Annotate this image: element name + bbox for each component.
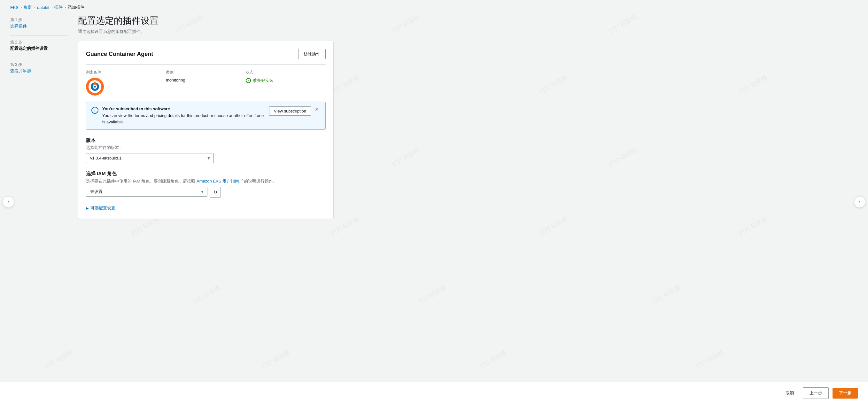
optional-config-toggle[interactable]: ▶ 可选配置设置: [86, 205, 326, 211]
prev-button[interactable]: 上一步: [803, 387, 829, 399]
remove-plugin-button[interactable]: 移除插件: [298, 49, 326, 59]
breadcrumb-sep-4: ›: [65, 5, 66, 9]
notice-content: You're subscribed to this software You c…: [102, 106, 265, 125]
svg-point-4: [94, 86, 96, 88]
iam-docs-link[interactable]: Amazon EKS 用户指南: [196, 179, 239, 183]
plugin-list-condition-cell: 列出条件: [86, 70, 166, 96]
breadcrumb: EKS › 集群 › datakit › 插件 › 添加插件: [0, 0, 868, 15]
step-divider-1: [10, 35, 68, 36]
step-3-title: 查看并添加: [10, 68, 68, 74]
plugin-logo: [86, 78, 104, 96]
optional-config-label: 可选配置设置: [90, 205, 115, 211]
plugin-status-text: 准备好安装: [253, 78, 274, 84]
iam-select-wrapper: 未设置 ▼: [86, 187, 208, 196]
step-1-title[interactable]: 选择插件: [10, 24, 27, 28]
iam-desc-end: 的说明进行操作。: [244, 179, 277, 183]
breadcrumb-datakit[interactable]: datakit: [37, 5, 49, 10]
version-select-wrapper: v1.0.4-eksbuild.1 v1.0.3-eksbuild.1 v1.0…: [86, 153, 214, 163]
plugin-list-condition-label: 列出条件: [86, 70, 161, 75]
refresh-icon: ↻: [214, 190, 217, 195]
iam-desc-start: 选择要在此插件中使用的 IAM 角色。要创建新角色，请按照: [86, 179, 195, 183]
iam-title: 选择 IAM 角色: [86, 171, 326, 177]
content-area: 配置选定的插件设置 通过选择设置为您的集群配置插件。 Guance Contai…: [78, 15, 334, 372]
version-description: 选择此插件的版本。: [86, 145, 326, 151]
step-3-label: 第 3 步: [10, 62, 68, 67]
status-check-icon: ✓: [246, 78, 251, 83]
page-title: 配置选定的插件设置: [78, 15, 334, 27]
breadcrumb-sep-2: ›: [34, 5, 35, 9]
view-subscription-button[interactable]: View subscription: [269, 106, 311, 116]
step-3: 第 3 步 查看并添加: [10, 62, 68, 74]
step-divider-2: [10, 58, 68, 58]
plugin-info-row: 列出条件 类别 mo: [86, 64, 326, 96]
step-1: 第 1 步 选择插件: [10, 17, 68, 29]
iam-role-select[interactable]: 未设置: [86, 187, 208, 196]
notice-title: You're subscribed to this software: [102, 106, 265, 111]
breadcrumb-eks[interactable]: EKS: [10, 5, 19, 10]
iam-refresh-button[interactable]: ↻: [210, 187, 221, 197]
version-section: 版本 选择此插件的版本。 v1.0.4-eksbuild.1 v1.0.3-ek…: [86, 137, 326, 163]
cancel-button[interactable]: 取消: [780, 388, 799, 399]
breadcrumb-sep-1: ›: [21, 5, 22, 9]
plugin-name: Guance Container Agent: [86, 51, 153, 58]
plugin-category-cell: 类别 monitoring: [166, 70, 246, 96]
notice-left: i You're subscribed to this software You…: [91, 106, 265, 125]
breadcrumb-plugins[interactable]: 插件: [54, 4, 63, 10]
version-select[interactable]: v1.0.4-eksbuild.1 v1.0.3-eksbuild.1 v1.0…: [86, 153, 214, 163]
iam-section: 选择 IAM 角色 选择要在此插件中使用的 IAM 角色。要创建新角色，请按照 …: [86, 171, 326, 197]
plugin-card: Guance Container Agent 移除插件 列出条件: [78, 41, 334, 219]
close-notice-button[interactable]: ✕: [313, 106, 320, 113]
plugin-status-cell: 状态 ✓ 准备好安装: [246, 70, 326, 96]
breadcrumb-sep-3: ›: [51, 5, 53, 9]
subscription-notice: i You're subscribed to this software You…: [86, 102, 326, 130]
step-1-label: 第 1 步: [10, 17, 68, 23]
iam-description: 选择要在此插件中使用的 IAM 角色。要创建新角色，请按照 Amazon EKS…: [86, 178, 326, 184]
right-nav-arrow[interactable]: ›: [854, 196, 865, 208]
plugin-category-value: monitoring: [166, 78, 241, 83]
next-button[interactable]: 下一步: [833, 388, 858, 399]
breadcrumb-clusters[interactable]: 集群: [24, 4, 32, 10]
step-2-label: 第 2 步: [10, 40, 68, 45]
breadcrumb-add-plugin: 添加插件: [68, 4, 84, 10]
external-link-icon: ↗: [240, 178, 243, 182]
plugin-category-label: 类别: [166, 70, 241, 75]
left-nav-arrow[interactable]: ‹: [3, 196, 14, 208]
version-title: 版本: [86, 137, 326, 144]
notice-actions: View subscription ✕: [269, 106, 320, 116]
chevron-right-icon: ▶: [86, 206, 89, 210]
plugin-status-label: 状态: [246, 70, 320, 75]
notice-description: You can view the terms and pricing detai…: [102, 113, 265, 125]
plugin-status-value: ✓ 准备好安装: [246, 78, 320, 84]
plugin-header: Guance Container Agent 移除插件: [86, 49, 326, 59]
page-description: 通过选择设置为您的集群配置插件。: [78, 29, 334, 34]
step-2-title: 配置选定的插件设置: [10, 46, 68, 52]
step-2: 第 2 步 配置选定的插件设置: [10, 40, 68, 52]
footer: 取消 上一步 下一步: [0, 382, 868, 404]
steps-sidebar: 第 1 步 选择插件 第 2 步 配置选定的插件设置 第 3 步 查看并添加: [10, 15, 68, 372]
info-icon: i: [91, 107, 98, 114]
iam-row: 未设置 ▼ ↻: [86, 187, 326, 197]
